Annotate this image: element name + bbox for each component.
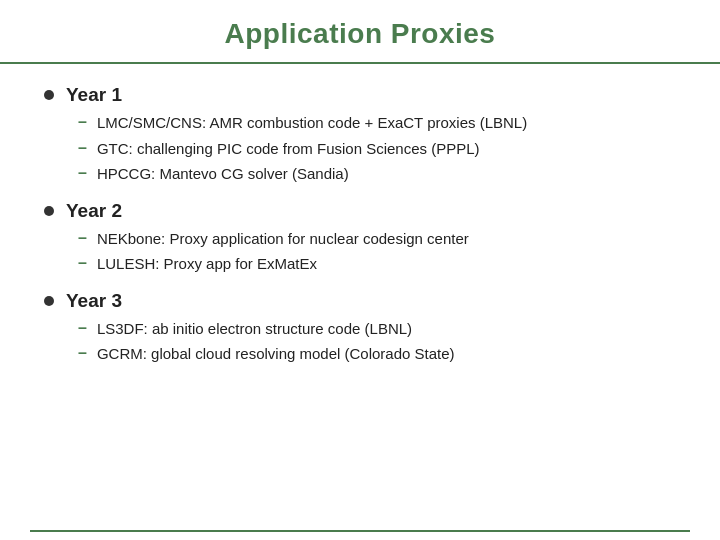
year2-item-2: – LULESH: Proxy app for ExMatEx — [78, 253, 680, 276]
year1-items: – LMC/SMC/CNS: AMR combustion code + Exa… — [78, 112, 680, 186]
year1-item-2-text: GTC: challenging PIC code from Fusion Sc… — [97, 138, 480, 161]
title-bar: Application Proxies — [0, 0, 720, 64]
year2-item-1: – NEKbone: Proxy application for nuclear… — [78, 228, 680, 251]
year2-label: Year 2 — [66, 200, 122, 222]
dash-icon-1: – — [78, 113, 87, 131]
year1-header: Year 1 — [40, 84, 680, 106]
year1-item-1-text: LMC/SMC/CNS: AMR combustion code + ExaCT… — [97, 112, 527, 135]
dash-icon-3: – — [78, 164, 87, 182]
dash-icon-2: – — [78, 139, 87, 157]
year1-label: Year 1 — [66, 84, 122, 106]
slide: Application Proxies Year 1 – LMC/SMC/CNS… — [0, 0, 720, 540]
year3-section: Year 3 – LS3DF: ab initio electron struc… — [40, 290, 680, 366]
year1-item-1: – LMC/SMC/CNS: AMR combustion code + Exa… — [78, 112, 680, 135]
content-area: Year 1 – LMC/SMC/CNS: AMR combustion cod… — [0, 64, 720, 530]
footer-divider — [30, 530, 690, 532]
year2-item-1-text: NEKbone: Proxy application for nuclear c… — [97, 228, 469, 251]
year2-items: – NEKbone: Proxy application for nuclear… — [78, 228, 680, 276]
bullet-dot-2 — [44, 206, 54, 216]
year1-item-3-text: HPCCG: Mantevo CG solver (Sandia) — [97, 163, 349, 186]
slide-title: Application Proxies — [225, 18, 496, 49]
year1-item-2: – GTC: challenging PIC code from Fusion … — [78, 138, 680, 161]
year3-header: Year 3 — [40, 290, 680, 312]
dash-icon-7: – — [78, 344, 87, 362]
dash-icon-5: – — [78, 254, 87, 272]
year1-section: Year 1 – LMC/SMC/CNS: AMR combustion cod… — [40, 84, 680, 186]
year3-item-1-text: LS3DF: ab initio electron structure code… — [97, 318, 412, 341]
year2-section: Year 2 – NEKbone: Proxy application for … — [40, 200, 680, 276]
year3-item-2: – GCRM: global cloud resolving model (Co… — [78, 343, 680, 366]
year2-item-2-text: LULESH: Proxy app for ExMatEx — [97, 253, 317, 276]
year3-label: Year 3 — [66, 290, 122, 312]
dash-icon-4: – — [78, 229, 87, 247]
year3-item-2-text: GCRM: global cloud resolving model (Colo… — [97, 343, 455, 366]
dash-icon-6: – — [78, 319, 87, 337]
year3-item-1: – LS3DF: ab initio electron structure co… — [78, 318, 680, 341]
year1-item-3: – HPCCG: Mantevo CG solver (Sandia) — [78, 163, 680, 186]
bullet-dot-1 — [44, 90, 54, 100]
year3-items: – LS3DF: ab initio electron structure co… — [78, 318, 680, 366]
year2-header: Year 2 — [40, 200, 680, 222]
bullet-dot-3 — [44, 296, 54, 306]
